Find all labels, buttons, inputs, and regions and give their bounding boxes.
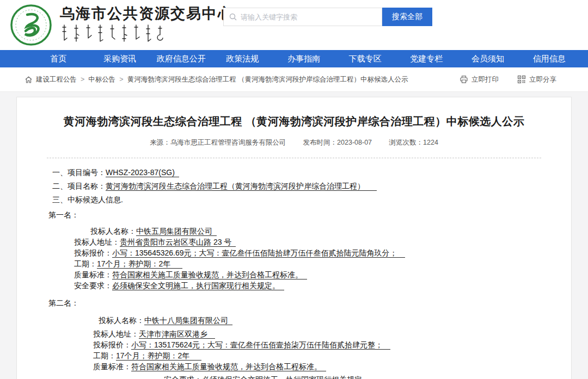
candidate1-safety-line: 安全要求：必须确保安全文明施工，执行国家现行相关规定。 [74, 280, 571, 291]
candidate1-price-line: 投标报价：小写：135645326.69元；大写：壹亿叁仟伍佰陆拾肆万伍仟叁佰贰… [74, 247, 571, 258]
candidate2-duration-line: 工期：17个月；养护期：2年 [93, 350, 571, 361]
candidate2-quality-line: 质量标准：符合国家相关施工质量验收规范，并达到合格工程标准。 [93, 361, 571, 372]
publish-date: 2023-08-07 [337, 139, 372, 146]
candidate1-price: 小写：135645326.69元；大写：壹亿叁仟伍佰陆拾肆万伍仟叁佰贰拾陆元陆角… [112, 248, 405, 258]
rank2-heading: 第二名： [48, 297, 571, 308]
candidate2-price-line: 投标报价：小写：135175624元；大写：壹亿叁仟伍佰壹拾柒万伍仟陆佰贰拾肆元… [93, 339, 571, 350]
duration-label: 工期： [74, 259, 97, 268]
search-icon [229, 13, 237, 21]
nav-item-home[interactable]: 首页 [28, 50, 89, 67]
search-group: 搜索全部 [223, 8, 432, 26]
print-action[interactable]: 立即打印 [460, 75, 499, 84]
breadcrumb-bar: 建设工程公告 > 中标公告 > 黄河海勃湾滨河段生态综合治理工程 （黄河海勃湾滨… [0, 67, 588, 92]
logo-seal-icon [10, 4, 52, 46]
candidate2-name: 中铁十八局集团有限公司 [144, 316, 232, 325]
meta-publish-time: 发布时间：2023-08-07 [303, 139, 372, 146]
search-input[interactable] [241, 13, 376, 21]
bidder-addr-label: 投标人地址： [93, 330, 139, 338]
quality-label: 质量标准： [74, 270, 112, 279]
project-number-value: WHSZ-2023-87(SG) [106, 168, 179, 177]
search-box [223, 8, 382, 26]
candidate1-duration: 17个月；养护期：2年 [97, 259, 182, 269]
project-number-label: 一、项目编号： [52, 168, 106, 177]
candidate2-quality: 符合国家相关施工质量验收规范，并达到合格工程标准。 [131, 362, 326, 371]
print-label: 立即打印 [471, 75, 499, 84]
share-label: 立即分享 [529, 75, 556, 84]
meta-views: 浏览次数：1224 [389, 139, 438, 146]
search-all-button[interactable]: 搜索全部 [382, 8, 432, 26]
nav-item-policies[interactable]: 政策法规 [212, 50, 273, 67]
nav-item-credit-info[interactable]: 信用信息 [518, 50, 580, 67]
source-value: 乌海市思正工程管理咨询服务有限公司 [170, 139, 286, 146]
candidate1-safety: 必须确保安全文明施工，执行国家现行相关规定。 [112, 281, 284, 290]
views-count: 1224 [423, 139, 438, 146]
project-number-line: 一、项目编号：WHSZ-2023-87(SG) [52, 167, 571, 178]
breadcrumb-item-construction-notices[interactable]: 建设工程公告 [36, 75, 77, 84]
page-title: 黄河海勃湾滨河段生态综合治理工程 （黄河海勃湾滨河段护岸综合治理工程）中标候选人… [17, 114, 571, 129]
article-meta: 来源：乌海市思正工程管理咨询服务有限公司 发布时间：2023-08-07 浏览次… [17, 138, 571, 147]
candidate2-address-line: 投标人地址：天津市津南区双港乡 [93, 328, 571, 339]
breadcrumb: 建设工程公告 > 中标公告 > 黄河海勃湾滨河段生态综合治理工程 （黄河海勃湾滨… [24, 75, 441, 84]
breadcrumb-separator: > [81, 76, 84, 83]
breadcrumb-item-current: 黄河海勃湾滨河段生态综合治理工程 （黄河海勃湾滨河段护岸综合治理工程）中标候选人… [127, 75, 408, 84]
candidate2-price: 小写：135175624元；大写：壹亿叁仟伍佰壹拾柒万伍仟陆佰贰拾肆元整； [131, 340, 390, 350]
home-icon[interactable] [24, 76, 33, 84]
site-title: 乌海市公共资源交易中心 [60, 5, 234, 22]
main-nav: 首页 采购资讯 政府信息公开 政策法规 办事指南 下载专区 党建专栏 会员须知 … [0, 50, 588, 67]
site-logo [10, 4, 52, 46]
candidate2-address: 天津市津南区双港乡 [139, 330, 215, 339]
candidates-section-heading: 三、中标候选人信息. [52, 194, 571, 205]
bidder-addr-label: 投标人地址： [74, 238, 120, 246]
breadcrumb-actions: 立即打印 立即分享 [441, 75, 556, 84]
project-name-line: 二、项目名称：黄河海勃湾滨河段生态综合治理工程（黄河海勃湾滨河段护岸综合治理工程… [52, 181, 571, 191]
breadcrumb-separator: > [119, 76, 123, 83]
bid-price-label: 投标报价： [74, 248, 112, 257]
candidate1-address-line: 投标人地址：贵州省贵阳市云岩区枣山路 23 号 [74, 237, 571, 247]
candidate1-duration-line: 工期：17个月；养护期：2年 [74, 258, 571, 269]
project-name-label: 二、项目名称： [52, 182, 106, 190]
mongolian-script-icon [60, 24, 174, 42]
candidate1-quality: 符合国家相关施工质量验收规范，并达到合格工程标准。 [112, 270, 307, 279]
candidate1-quality-line: 质量标准：符合国家相关施工质量验收规范，并达到合格工程标准。 [74, 269, 571, 280]
page-main: 黄河海勃湾滨河段生态综合治理工程 （黄河海勃湾滨河段护岸综合治理工程）中标候选人… [0, 92, 588, 379]
nav-item-gov-info[interactable]: 政府信息公开 [150, 50, 212, 67]
bidder-name-label: 投标人名称： [99, 316, 144, 325]
site-header: 乌海市公共资源交易中心 搜索全部 [0, 0, 588, 50]
bid-price-label: 投标报价： [93, 340, 131, 349]
nav-item-downloads[interactable]: 下载专区 [334, 50, 396, 67]
nav-item-procurement-news[interactable]: 采购资讯 [89, 50, 151, 67]
candidate1-address: 贵州省贵阳市云岩区枣山路 23 号 [120, 238, 236, 247]
meta-source: 来源：乌海市思正工程管理咨询服务有限公司 [150, 139, 286, 146]
candidate2-duration: 17个月；养护期：2年 [116, 351, 201, 361]
printer-icon [460, 75, 468, 84]
candidate2-safety-line: 安全要求：必须确保安全文明施工，执行国家现行相关规定。 [164, 374, 571, 379]
dashed-divider [47, 158, 541, 158]
bidder-name-label: 投标人名称： [90, 227, 136, 235]
share-action[interactable]: 立即分享 [517, 75, 556, 84]
rank1-heading: 第一名： [48, 209, 571, 220]
publish-label: 发布时间： [303, 139, 338, 146]
quality-label: 质量标准： [93, 362, 131, 371]
breadcrumb-item-award-notices[interactable]: 中标公告 [88, 75, 115, 84]
nav-item-service-guide[interactable]: 办事指南 [273, 50, 335, 67]
candidate2-safety: 必须确保安全文明施工，执行国家现行相关规定。 [202, 375, 374, 379]
candidate2-name-line: 投标人名称：中铁十八局集团有限公司 [99, 315, 571, 326]
views-label: 浏览次数： [389, 139, 424, 146]
candidate1-name-line: 投标人名称：中铁五局集团有限公司 [90, 226, 571, 237]
duration-label: 工期： [93, 351, 116, 360]
safety-label: 安全要求： [164, 375, 202, 379]
nav-item-member-notice[interactable]: 会员须知 [457, 50, 519, 67]
brand-block: 乌海市公共资源交易中心 [60, 5, 234, 45]
candidate1-name: 中铁五局集团有限公司 [136, 227, 217, 236]
announcement-card: 黄河海勃湾滨河段生态综合治理工程 （黄河海勃湾滨河段护岸综合治理工程）中标候选人… [16, 97, 572, 379]
nav-item-party-building[interactable]: 党建专栏 [396, 50, 457, 67]
project-name-value: 黄河海勃湾滨河段生态综合治理工程（黄河海勃湾滨河段护岸综合治理工程） [106, 182, 377, 191]
nav-list: 首页 采购资讯 政府信息公开 政策法规 办事指南 下载专区 党建专栏 会员须知 … [0, 50, 588, 67]
notice-body: 一、项目编号：WHSZ-2023-87(SG) 二、项目名称：黄河海勃湾滨河段生… [17, 167, 571, 379]
qr-share-icon [517, 75, 526, 84]
safety-label: 安全要求： [74, 281, 112, 290]
source-label: 来源： [150, 139, 170, 146]
